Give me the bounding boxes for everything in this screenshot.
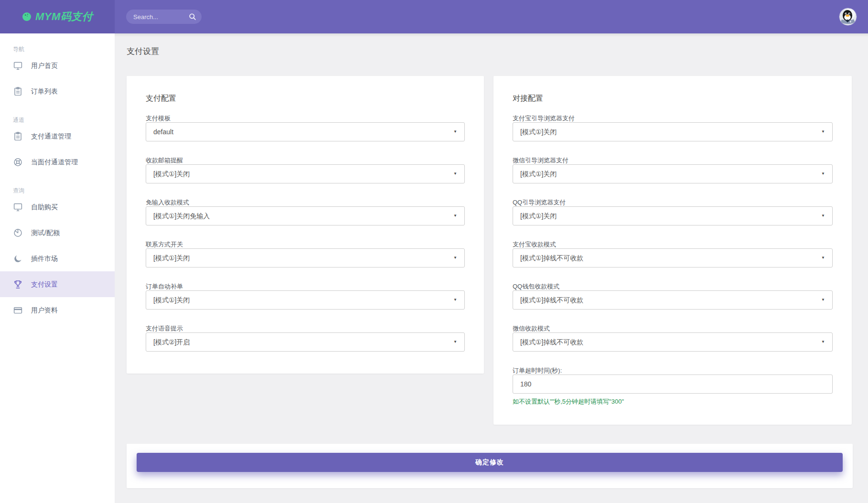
sidebar-section-query: 查询 <box>13 187 115 194</box>
integration-config-panel: 对接配置 支付宝引导浏览器支付 [模式①]关闭 ▼ 微信引导浏览器支付 [模式 <box>493 76 852 425</box>
trophy-icon <box>13 279 23 289</box>
field-label: 支付宝收款模式 <box>513 240 833 248</box>
sidebar-item-order-list[interactable]: 订单列表 <box>0 78 115 104</box>
sidebar-item-self-purchase[interactable]: 自助购买 <box>0 194 115 220</box>
field-label: 联系方式开关 <box>146 240 465 248</box>
sidebar-item-label: 插件市场 <box>31 254 58 263</box>
search-bar <box>126 10 202 24</box>
field-pay-template: 支付模板 default ▼ <box>146 114 465 141</box>
sidebar-section-nav: 导航 <box>13 46 115 53</box>
field-label: 微信收款模式 <box>513 324 833 332</box>
no-input-mode-select[interactable]: [模式①]关闭免输入 <box>146 206 465 225</box>
field-label: 支付模板 <box>146 114 465 122</box>
field-voice-prompt: 支付语音提示 [模式②]开启 ▼ <box>146 324 465 352</box>
monitor-icon <box>13 61 23 71</box>
timeout-help-note: 如不设置默认""秒,5分钟超时请填写"300" <box>513 397 833 406</box>
life-ring-icon <box>13 157 23 167</box>
field-label: 免输入收款模式 <box>146 198 465 206</box>
pie-chart-icon <box>13 228 23 238</box>
sidebar-item-label: 自助购买 <box>31 202 58 212</box>
sidebar-item-label: 测试/配额 <box>31 228 60 237</box>
sidebar: 导航 用户首页 订单列表 通道 支付通道管理 当面付通道管理 <box>0 33 115 503</box>
field-qq-browser-pay: QQ引导浏览器支付 [模式①]关闭 ▼ <box>513 198 833 225</box>
field-label: 支付语音提示 <box>146 324 465 332</box>
wechat-browser-pay-select[interactable]: [模式①]关闭 <box>513 164 833 183</box>
clipboard-icon <box>13 86 23 96</box>
app-root: MYM码支付 <box>0 0 868 503</box>
qq-penguin-avatar-icon <box>839 8 857 25</box>
sidebar-item-user-home[interactable]: 用户首页 <box>0 53 115 78</box>
contact-switch-select[interactable]: [模式①]关闭 <box>146 248 465 268</box>
sidebar-item-label: 用户资料 <box>31 305 58 315</box>
alipay-collect-mode-select[interactable]: [模式①]掉线不可收款 <box>513 248 833 268</box>
field-alipay-browser-pay: 支付宝引导浏览器支付 [模式①]关闭 ▼ <box>513 114 833 141</box>
sidebar-item-label: 用户首页 <box>31 61 58 70</box>
field-email-reminder: 收款邮箱提醒 [模式①]关闭 ▼ <box>146 156 465 183</box>
panel-heading: 支付配置 <box>146 93 465 104</box>
pay-template-select[interactable]: default <box>146 122 465 141</box>
brand-logo-icon <box>22 12 32 21</box>
field-no-input-mode: 免输入收款模式 [模式①]关闭免输入 ▼ <box>146 198 465 225</box>
settings-panels: 支付配置 支付模板 default ▼ 收款邮箱提醒 [模式①]关闭 <box>127 76 853 425</box>
sidebar-item-label: 当面付通道管理 <box>31 157 78 167</box>
top-navbar: MYM码支付 <box>0 0 868 33</box>
page-title: 支付设置 <box>127 46 853 57</box>
search-icon[interactable] <box>189 13 196 21</box>
confirm-save-button[interactable]: 确定修改 <box>137 453 843 472</box>
alipay-browser-pay-select[interactable]: [模式①]关闭 <box>513 122 833 141</box>
wechat-collect-mode-select[interactable]: [模式①]掉线不可收款 <box>513 332 833 352</box>
sidebar-item-pay-settings[interactable]: 支付设置 <box>0 271 115 297</box>
sidebar-item-plugin-market[interactable]: 插件市场 <box>0 246 115 271</box>
qq-wallet-collect-mode-select[interactable]: [模式①]掉线不可收款 <box>513 290 833 310</box>
field-label: 微信引导浏览器支付 <box>513 156 833 164</box>
field-label: 收款邮箱提醒 <box>146 156 465 164</box>
pay-config-panel: 支付配置 支付模板 default ▼ 收款邮箱提醒 [模式①]关闭 <box>127 76 484 374</box>
field-qq-wallet-collect-mode: QQ钱包收款模式 [模式①]掉线不可收款 ▼ <box>513 282 833 310</box>
field-wechat-browser-pay: 微信引导浏览器支付 [模式①]关闭 ▼ <box>513 156 833 183</box>
sidebar-item-f2f-channel-mgmt[interactable]: 当面付通道管理 <box>0 149 115 175</box>
monitor-icon <box>13 202 23 212</box>
sidebar-item-label: 订单列表 <box>31 86 58 96</box>
qq-browser-pay-select[interactable]: [模式①]关闭 <box>513 206 833 225</box>
sidebar-item-label: 支付通道管理 <box>31 131 71 141</box>
credit-card-icon <box>13 305 23 315</box>
sidebar-item-test-quota[interactable]: 测试/配额 <box>0 220 115 246</box>
brand-title: MYM码支付 <box>35 10 93 24</box>
submit-panel: 确定修改 <box>127 444 853 488</box>
field-contact-switch: 联系方式开关 [模式①]关闭 ▼ <box>146 240 465 268</box>
field-order-timeout: 订单超时时间(秒): 如不设置默认""秒,5分钟超时请填写"300" <box>513 366 833 406</box>
clipboard-icon <box>13 131 23 141</box>
panel-heading: 对接配置 <box>513 93 833 104</box>
field-label: QQ引导浏览器支付 <box>513 198 833 206</box>
sidebar-section-channel: 通道 <box>13 117 115 123</box>
brand[interactable]: MYM码支付 <box>0 0 115 33</box>
sidebar-item-label: 支付设置 <box>31 279 58 289</box>
auto-reorder-select[interactable]: [模式①]关闭 <box>146 290 465 310</box>
email-reminder-select[interactable]: [模式①]关闭 <box>146 164 465 183</box>
field-label: 订单超时时间(秒): <box>513 366 833 375</box>
field-alipay-collect-mode: 支付宝收款模式 [模式①]掉线不可收款 ▼ <box>513 240 833 268</box>
order-timeout-input[interactable] <box>513 375 833 394</box>
field-wechat-collect-mode: 微信收款模式 [模式①]掉线不可收款 ▼ <box>513 324 833 352</box>
moon-icon <box>13 254 23 264</box>
field-label: 订单自动补单 <box>146 282 465 290</box>
user-avatar[interactable] <box>839 8 857 25</box>
field-label: 支付宝引导浏览器支付 <box>513 114 833 122</box>
field-label: QQ钱包收款模式 <box>513 282 833 290</box>
main-content: 支付设置 支付配置 支付模板 default ▼ 收款邮箱提醒 <box>115 33 868 503</box>
field-auto-reorder: 订单自动补单 [模式①]关闭 ▼ <box>146 282 465 310</box>
voice-prompt-select[interactable]: [模式②]开启 <box>146 332 465 352</box>
sidebar-item-pay-channel-mgmt[interactable]: 支付通道管理 <box>0 123 115 149</box>
sidebar-item-user-profile[interactable]: 用户资料 <box>0 297 115 323</box>
